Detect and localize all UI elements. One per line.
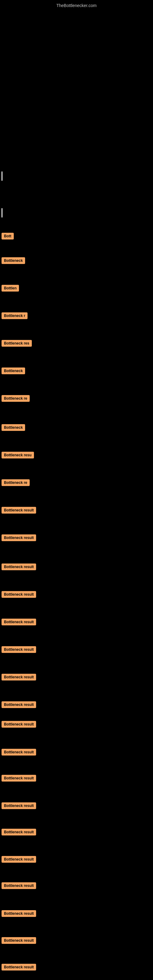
badge-row-8: Bottleneck [2,424,25,431]
badge-row-22: Bottleneck result [2,802,36,809]
bottleneck-badge-14[interactable]: Bottleneck result [2,591,36,598]
bottleneck-badge-21[interactable]: Bottleneck result [2,775,36,781]
badge-row-17: Bottleneck result [2,674,36,681]
badge-row-12: Bottleneck result [2,535,36,541]
badge-row-7: Bottleneck re [2,395,30,402]
bottleneck-badge-6[interactable]: Bottleneck [2,368,25,374]
bottleneck-badge-16[interactable]: Bottleneck result [2,646,36,653]
badge-row-14: Bottleneck result [2,591,36,598]
bottleneck-badge-8[interactable]: Bottleneck [2,424,25,431]
badge-row-18: Bottleneck result [2,701,36,708]
badge-row-2: Bottleneck [2,257,25,264]
badge-row-27: Bottleneck result [2,937,36,944]
badge-row-15: Bottleneck result [2,619,36,625]
bottleneck-badge-18[interactable]: Bottleneck result [2,701,36,708]
cursor-line-1 [2,172,2,181]
badge-row-13: Bottleneck result [2,563,36,570]
badge-row-9: Bottleneck resu [2,452,34,458]
bottleneck-badge-1[interactable]: Bott [2,233,14,240]
bottleneck-badge-28[interactable]: Bottleneck result [2,964,36,970]
bottleneck-badge-25[interactable]: Bottleneck result [2,882,36,889]
badge-row-4: Bottleneck r [2,312,27,319]
bottleneck-badge-4[interactable]: Bottleneck r [2,312,27,319]
badge-row-11: Bottleneck result [2,507,36,514]
badge-row-16: Bottleneck result [2,646,36,653]
bottleneck-badge-9[interactable]: Bottleneck resu [2,452,34,458]
badge-row-10: Bottleneck re [2,479,30,486]
bottleneck-badge-19[interactable]: Bottleneck result [2,721,36,728]
bottleneck-badge-10[interactable]: Bottleneck re [2,479,30,486]
bottleneck-badge-2[interactable]: Bottleneck [2,257,25,264]
badge-row-25: Bottleneck result [2,882,36,889]
badge-row-24: Bottleneck result [2,856,36,863]
badge-row-19: Bottleneck result [2,721,36,728]
bottleneck-badge-11[interactable]: Bottleneck result [2,507,36,514]
bottleneck-badge-20[interactable]: Bottleneck result [2,749,36,756]
badge-row-3: Bottlen [2,285,19,291]
badge-row-26: Bottleneck result [2,910,36,917]
bottleneck-badge-15[interactable]: Bottleneck result [2,619,36,625]
badge-row-5: Bottleneck res [2,340,32,347]
bottleneck-badge-7[interactable]: Bottleneck re [2,395,30,402]
bottleneck-badge-12[interactable]: Bottleneck result [2,535,36,541]
badge-row-20: Bottleneck result [2,749,36,756]
bottleneck-badge-13[interactable]: Bottleneck result [2,563,36,570]
bottleneck-badge-22[interactable]: Bottleneck result [2,802,36,809]
bottleneck-badge-23[interactable]: Bottleneck result [2,829,36,835]
badge-row-28: Bottleneck result [2,964,36,970]
bottleneck-badge-27[interactable]: Bottleneck result [2,937,36,944]
badge-row-1: Bott [2,233,14,240]
badge-row-23: Bottleneck result [2,829,36,835]
bottleneck-badge-3[interactable]: Bottlen [2,285,19,291]
bottleneck-badge-24[interactable]: Bottleneck result [2,856,36,863]
bottleneck-badge-5[interactable]: Bottleneck res [2,340,32,347]
badge-row-21: Bottleneck result [2,775,36,781]
bottleneck-badge-17[interactable]: Bottleneck result [2,674,36,681]
bottleneck-badge-26[interactable]: Bottleneck result [2,910,36,917]
cursor-line-2 [2,208,2,218]
badge-row-6: Bottleneck [2,368,25,374]
site-title: TheBottlenecker.com [56,3,97,8]
